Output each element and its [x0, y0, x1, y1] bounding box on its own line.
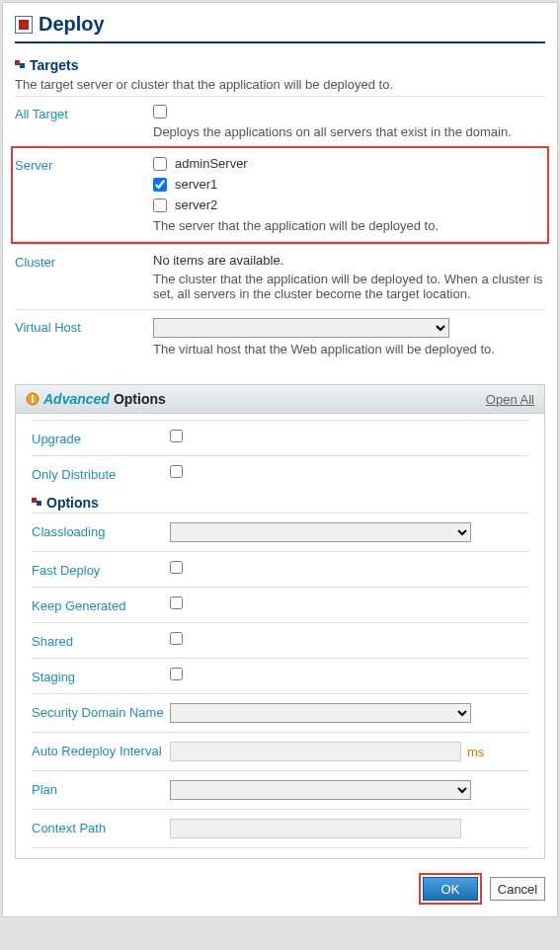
- upgrade-row: Upgrade: [32, 420, 528, 455]
- fast-deploy-row: Fast Deploy: [32, 551, 528, 587]
- shared-checkbox[interactable]: [170, 632, 183, 645]
- auto-redeploy-row: Auto Redeploy Interval ms: [32, 732, 528, 770]
- targets-icon: [15, 60, 26, 71]
- plan-row: Plan: [32, 770, 528, 809]
- svg-rect-1: [19, 20, 29, 30]
- only-distribute-row: Only Distribute: [32, 455, 528, 491]
- svg-rect-7: [32, 498, 37, 503]
- cluster-empty: No items are available.: [153, 253, 545, 268]
- page-title: Deploy: [39, 13, 105, 36]
- security-domain-label: Security Domain Name: [32, 703, 170, 723]
- server-item-label: server2: [175, 198, 217, 212]
- classloading-select[interactable]: [170, 522, 471, 542]
- upgrade-label: Upgrade: [32, 430, 170, 446]
- plan-select[interactable]: [170, 780, 471, 800]
- fast-deploy-checkbox[interactable]: [170, 561, 183, 574]
- fast-deploy-label: Fast Deploy: [32, 561, 170, 578]
- server-row: Server adminServer server1 server2 The s…: [15, 148, 545, 242]
- classloading-label: Classloading: [32, 522, 170, 542]
- svg-rect-6: [32, 398, 34, 403]
- auto-redeploy-input[interactable]: [170, 742, 461, 761]
- server-item-label: server1: [175, 177, 217, 192]
- shared-label: Shared: [32, 632, 170, 649]
- virtual-host-label: Virtual Host: [15, 318, 153, 356]
- cluster-value: No items are available. The cluster that…: [153, 253, 545, 301]
- context-path-input[interactable]: [170, 819, 461, 838]
- advanced-header: Advanced Options Open All: [16, 385, 544, 414]
- staging-label: Staging: [32, 668, 170, 684]
- svg-rect-8: [37, 501, 41, 506]
- security-domain-select[interactable]: [170, 703, 471, 723]
- only-distribute-checkbox[interactable]: [170, 465, 183, 478]
- virtual-host-help: The virtual host that the Web applicatio…: [153, 342, 545, 356]
- server-checkbox-adminserver[interactable]: [153, 157, 167, 171]
- svg-rect-2: [15, 60, 20, 65]
- server-label: Server: [15, 156, 153, 233]
- cluster-row: Cluster No items are available. The clus…: [15, 244, 545, 309]
- advanced-body: Upgrade Only Distribute Options Classloa…: [16, 414, 544, 858]
- keep-generated-row: Keep Generated: [32, 587, 528, 622]
- ok-highlight: OK: [419, 873, 482, 905]
- server-value: adminServer server1 server2 The server t…: [153, 156, 545, 233]
- all-target-row: All Target Deploys the applications on a…: [15, 96, 545, 147]
- svg-rect-3: [20, 63, 25, 68]
- server-highlight: Server adminServer server1 server2 The s…: [11, 146, 549, 244]
- context-path-row: Context Path: [32, 809, 528, 848]
- server-checkbox-server1[interactable]: [153, 178, 167, 192]
- auto-redeploy-unit: ms: [467, 745, 484, 759]
- upgrade-checkbox[interactable]: [170, 430, 183, 442]
- advanced-panel: Advanced Options Open All Upgrade Only D…: [15, 384, 545, 859]
- context-path-label: Context Path: [32, 819, 170, 838]
- button-row: OK Cancel: [15, 873, 545, 905]
- classloading-row: Classloading: [32, 513, 528, 551]
- deploy-window: Deploy Targets The target server or clus…: [2, 2, 558, 917]
- server-checkbox-server2[interactable]: [153, 198, 167, 212]
- targets-description: The target server or cluster that the ap…: [15, 77, 545, 92]
- all-target-checkbox[interactable]: [153, 105, 167, 119]
- advanced-icon: [26, 392, 40, 406]
- advanced-header-left: Advanced Options: [26, 391, 166, 407]
- open-all-link[interactable]: Open All: [486, 392, 534, 407]
- targets-heading: Targets: [15, 57, 545, 73]
- server-item-2: server2: [153, 198, 545, 212]
- advanced-title-italic: Advanced: [43, 391, 110, 407]
- options-heading: Options: [32, 495, 528, 511]
- advanced-title-rest: Options: [114, 391, 166, 407]
- keep-generated-label: Keep Generated: [32, 596, 170, 613]
- cancel-button[interactable]: Cancel: [490, 877, 545, 901]
- targets-heading-text: Targets: [30, 57, 79, 73]
- server-item-label: adminServer: [175, 156, 248, 171]
- virtual-host-value: The virtual host that the Web applicatio…: [153, 318, 545, 356]
- shared-row: Shared: [32, 622, 528, 658]
- page-title-row: Deploy: [15, 13, 545, 43]
- staging-checkbox[interactable]: [170, 668, 183, 680]
- cluster-label: Cluster: [15, 253, 153, 301]
- server-help: The server that the application will be …: [153, 218, 545, 233]
- svg-point-5: [32, 395, 34, 397]
- server-item-0: adminServer: [153, 156, 545, 171]
- virtual-host-row: Virtual Host The virtual host that the W…: [15, 309, 545, 364]
- all-target-label: All Target: [15, 105, 153, 139]
- all-target-value: Deploys the applications on all servers …: [153, 105, 545, 139]
- options-icon: [32, 498, 42, 509]
- only-distribute-label: Only Distribute: [32, 465, 170, 482]
- server-item-1: server1: [153, 177, 545, 192]
- options-heading-text: Options: [46, 495, 99, 511]
- security-domain-row: Security Domain Name: [32, 693, 528, 732]
- ok-button[interactable]: OK: [423, 877, 478, 901]
- keep-generated-checkbox[interactable]: [170, 596, 183, 609]
- virtual-host-select[interactable]: [153, 318, 449, 338]
- all-target-help: Deploys the applications on all servers …: [153, 124, 545, 139]
- staging-row: Staging: [32, 658, 528, 693]
- cluster-help: The cluster that the application will be…: [153, 272, 545, 301]
- deploy-icon: [15, 16, 33, 34]
- plan-label: Plan: [32, 780, 170, 800]
- auto-redeploy-label: Auto Redeploy Interval: [32, 742, 170, 761]
